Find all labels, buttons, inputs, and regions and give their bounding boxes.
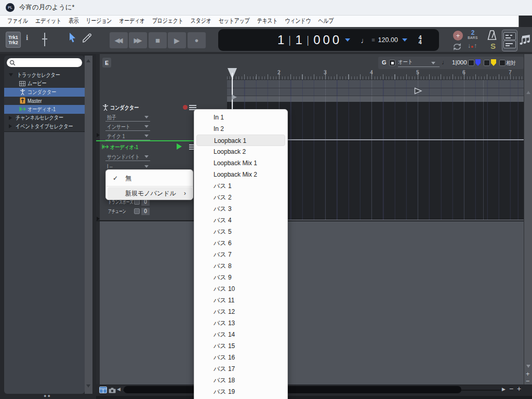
solo-button[interactable]: S bbox=[490, 42, 496, 50]
sidebar-item-3[interactable]: オーディオ-1 bbox=[4, 105, 85, 114]
submenu-item-15[interactable]: バス 10 bbox=[194, 283, 287, 295]
scroll-up-icon[interactable] bbox=[86, 59, 90, 62]
sidebar-item-1[interactable]: コンダクター bbox=[4, 88, 85, 97]
search-box[interactable] bbox=[7, 58, 82, 67]
submenu-item-18[interactable]: バス 13 bbox=[194, 317, 287, 329]
take-row-dropdown[interactable]: テイク 1 bbox=[105, 131, 150, 140]
menu-10[interactable]: ヘルプ bbox=[315, 16, 338, 27]
submenu-item-1[interactable]: In 2 bbox=[194, 123, 287, 135]
submenu-item-7[interactable]: バス 2 bbox=[194, 192, 287, 203]
panel-resize-handle[interactable]: ●● bbox=[44, 393, 51, 398]
submenu-item-11[interactable]: バス 6 bbox=[194, 237, 287, 249]
record-button[interactable]: ● bbox=[188, 32, 206, 48]
updown-arrows-icon[interactable]: ↓↑ bbox=[468, 42, 477, 49]
collapsed-icon[interactable] bbox=[9, 124, 12, 128]
sidebar-section-2[interactable]: イベントタイプセレクター bbox=[4, 122, 85, 131]
zoom-in-vertical[interactable]: + bbox=[526, 370, 530, 378]
sidebar-scrollbar[interactable] bbox=[85, 56, 92, 394]
zoom-out-vertical[interactable]: − bbox=[526, 377, 530, 385]
rewind-button[interactable]: ◀◀ bbox=[110, 32, 128, 48]
menu-2[interactable]: 表示 bbox=[65, 16, 83, 27]
timeline-ruler[interactable]: 234567 bbox=[227, 68, 524, 79]
timesig-row-dropdown[interactable]: 拍子 bbox=[105, 112, 150, 122]
menu-0[interactable]: ファイル bbox=[4, 16, 32, 27]
sidebar-section-1[interactable]: チャンネルセレクター bbox=[4, 114, 85, 123]
take-expander-icon[interactable] bbox=[97, 133, 100, 137]
sidebar-item-2[interactable]: Master bbox=[4, 97, 85, 105]
add-button[interactable]: + bbox=[453, 31, 463, 41]
scroll-down-icon[interactable] bbox=[526, 365, 530, 368]
atune-value[interactable]: 0 bbox=[141, 208, 150, 215]
solid-marker-icon[interactable] bbox=[232, 95, 237, 100]
menu-7[interactable]: セットアップ bbox=[215, 16, 254, 27]
soundbite-row-dropdown[interactable]: サウンドバイト bbox=[105, 152, 150, 161]
submenu-item-0[interactable]: In 1 bbox=[194, 112, 287, 123]
grid-view-icon[interactable] bbox=[99, 387, 107, 393]
fader-tool-icon[interactable] bbox=[42, 33, 47, 46]
atune-checkbox[interactable] bbox=[134, 208, 140, 214]
fast-forward-button[interactable]: ▶▶ bbox=[129, 32, 147, 48]
menu-6[interactable]: スタジオ bbox=[187, 16, 215, 27]
submenu-item-5[interactable]: Loopback Mix 2 bbox=[194, 169, 287, 180]
menu-3[interactable]: リージョン bbox=[82, 16, 115, 27]
submenu-item-20[interactable]: バス 15 bbox=[194, 340, 287, 352]
record-enable-dot[interactable] bbox=[183, 105, 188, 110]
expanded-icon[interactable] bbox=[9, 73, 13, 76]
stop-button[interactable]: ■ bbox=[149, 32, 167, 48]
collapsed-icon[interactable] bbox=[9, 116, 12, 120]
track-view-button[interactable]: Trk1 Trk2 bbox=[6, 32, 21, 48]
submenu-item-10[interactable]: バス 5 bbox=[194, 226, 287, 237]
insert-row-dropdown[interactable]: インサート bbox=[105, 122, 150, 131]
play-button[interactable]: ▶ bbox=[168, 32, 186, 48]
menu-9[interactable]: ウィンドウ bbox=[282, 16, 315, 27]
submenu-item-9[interactable]: バス 4 bbox=[194, 215, 287, 226]
auto-checkbox[interactable] bbox=[389, 60, 395, 66]
submenu-item-17[interactable]: バス 12 bbox=[194, 306, 287, 317]
blue-marker-checkbox[interactable] bbox=[468, 60, 474, 66]
grid-button[interactable]: G bbox=[382, 59, 387, 65]
panels-view-button[interactable] bbox=[502, 30, 517, 51]
submenu-item-3[interactable]: Loopback 2 bbox=[194, 146, 287, 157]
submenu-item-13[interactable]: バス 8 bbox=[194, 260, 287, 272]
submenu-item-4[interactable]: Loopback Mix 1 bbox=[194, 157, 287, 169]
counter-dropdown-icon[interactable] bbox=[345, 38, 350, 42]
submenu-item-6[interactable]: バス 1 bbox=[194, 180, 287, 192]
submenu-item-24[interactable]: バス 19 bbox=[194, 386, 287, 397]
submenu-item-23[interactable]: バス 18 bbox=[194, 375, 287, 386]
submenu-item-2[interactable]: Loopback 1 bbox=[196, 135, 285, 146]
scroll-right-icon[interactable]: ▶ bbox=[502, 387, 506, 392]
loop-icon[interactable] bbox=[451, 43, 463, 51]
sidebar-section-0[interactable]: トラックセレクター bbox=[4, 71, 85, 79]
pencil-tool[interactable] bbox=[82, 33, 92, 44]
vertical-scrollbar[interactable]: + − bbox=[524, 54, 532, 384]
bars-badge[interactable]: 2 BARS bbox=[465, 30, 481, 39]
submenu-item-19[interactable]: バス 14 bbox=[194, 329, 287, 340]
edit-mode-button[interactable]: E bbox=[102, 58, 111, 68]
camera-icon[interactable] bbox=[109, 388, 116, 393]
relative-checkbox[interactable] bbox=[499, 60, 506, 66]
submenu-item-14[interactable]: バス 9 bbox=[194, 272, 287, 283]
submenu-item-12[interactable]: バス 7 bbox=[194, 249, 287, 260]
zoom-in-horizontal[interactable]: + bbox=[517, 384, 521, 393]
metronome-icon[interactable] bbox=[486, 30, 498, 41]
menu-4[interactable]: オーディオ bbox=[115, 16, 149, 27]
menu-5[interactable]: プロジェクト bbox=[149, 16, 187, 27]
scroll-up-icon[interactable] bbox=[526, 91, 530, 94]
scroll-down-icon[interactable] bbox=[86, 384, 90, 388]
submenu-item-8[interactable]: バス 3 bbox=[194, 203, 287, 215]
menu-1[interactable]: エディット bbox=[32, 16, 65, 27]
sidebar-item-0[interactable]: ムービー bbox=[4, 79, 85, 88]
submenu-item-16[interactable]: バス 11 bbox=[194, 295, 287, 306]
hscroll-thumb[interactable] bbox=[124, 386, 461, 393]
submenu-item-21[interactable]: バス 16 bbox=[194, 352, 287, 363]
yellow-marker-checkbox[interactable] bbox=[484, 60, 490, 66]
info-tool-icon[interactable]: i bbox=[26, 33, 28, 42]
bottom-expander-icon[interactable] bbox=[97, 217, 100, 221]
auto-dropdown-icon[interactable] bbox=[431, 62, 435, 64]
submenu-item-22[interactable]: バス 17 bbox=[194, 363, 287, 375]
audio-play-icon[interactable] bbox=[177, 143, 182, 150]
arrow-cursor-tool[interactable] bbox=[68, 32, 77, 43]
outlined-marker-icon[interactable] bbox=[414, 87, 422, 95]
menu-item-new-mono-bundle[interactable]: 新規モノバンドル › bbox=[108, 187, 192, 200]
notes-view-icon[interactable] bbox=[519, 34, 532, 47]
